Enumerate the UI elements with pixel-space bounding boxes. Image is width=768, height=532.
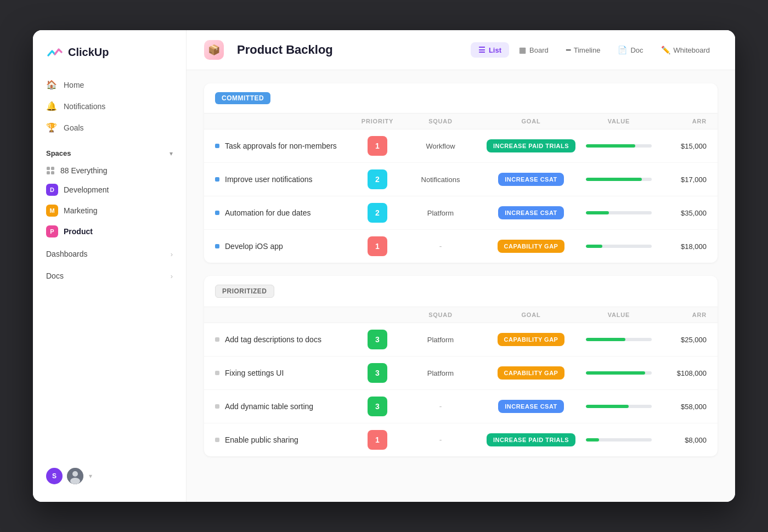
goal-badge: INCREASE PAID TRIALS [487,433,575,446]
squad-cell: - [405,242,476,251]
goal-badge: INCREASE CSAT [498,173,564,186]
goal-badge: INCREASE PAID TRIALS [487,139,575,152]
value-cell [586,211,652,214]
task-dot-icon [215,211,219,215]
marketing-dot: M [46,205,58,217]
timeline-icon: ━ [566,46,571,54]
tab-board[interactable]: ▦ Board [511,42,556,58]
arr-cell: $15,000 [652,142,707,150]
view-tabs: ☰ List ▦ Board ━ Timeline 📄 Doc ✏️ Wh [471,42,718,58]
chevron-right-icon: › [171,250,173,258]
prioritized-section: PRIORITIZED SQUAD GOAL VALUE ARR Add tag… [204,276,718,456]
list-icon: ☰ [478,46,485,54]
priority-cell: 2 [350,203,405,223]
nav-home-label: Home [64,81,84,89]
value-cell [586,245,652,248]
value-bar-fill [586,438,599,442]
nav-goals-label: Goals [64,123,84,132]
sidebar: ClickUp 🏠 Home 🔔 Notifications 🏆 Goals S… [33,30,187,502]
squad-cell: Platform [405,369,476,377]
docs-label: Docs [46,271,64,280]
top-bar: 📦 Product Backlog ☰ List ▦ Board ━ Timel… [187,30,735,70]
tab-list[interactable]: ☰ List [471,42,509,58]
user-avatar-photo [67,468,83,484]
task-label: Task approvals for non-members [225,142,337,150]
user-dropdown-arrow[interactable]: ▾ [89,472,92,480]
sidebar-item-marketing[interactable]: M Marketing [46,200,173,221]
table-row[interactable]: Automation for due dates 2 Platform INCR… [204,196,718,230]
value-bar-track [586,178,652,181]
task-label: Add tag descriptions to docs [225,335,321,344]
squad-cell: - [405,435,476,444]
spaces-section: Spaces ▾ 88 Everything D Development M M… [33,149,186,242]
nav-goals[interactable]: 🏆 Goals [33,117,186,138]
value-bar-fill [586,338,625,341]
value-cell [586,178,652,181]
tab-whiteboard[interactable]: ✏️ Whiteboard [653,42,718,58]
nav-home[interactable]: 🏠 Home [33,74,186,95]
goal-badge: CAPABILITY GAP [498,366,565,380]
value-bar-fill [586,245,602,248]
value-bar-track [586,245,652,248]
task-dot-icon [215,337,219,342]
task-name: Automation for due dates [215,208,350,217]
development-label: Development [64,185,109,194]
sidebar-item-product[interactable]: P Product [46,221,173,242]
task-label: Automation for due dates [225,208,310,217]
task-dot-icon [215,404,219,409]
squad-cell: Platform [405,336,476,344]
logo-area: ClickUp [33,43,186,74]
nav-notifications[interactable]: 🔔 Notifications [33,95,186,117]
squad-cell: Platform [405,209,476,217]
whiteboard-icon: ✏️ [661,46,670,54]
committed-col-headers: PRIORITY SQUAD GOAL VALUE ARR [204,114,718,129]
col-arr-p: ARR [652,312,707,318]
clickup-logo-icon [46,43,64,61]
everything-label: 88 Everything [60,166,108,175]
svg-rect-2 [47,171,50,174]
svg-rect-3 [51,171,54,174]
table-row[interactable]: Develop iOS app 1 - CAPABILITY GAP $18 [204,230,718,263]
tab-list-label: List [489,46,501,54]
value-bar-fill [586,211,609,214]
table-row[interactable]: Fixing settings UI 3 Platform CAPABILITY… [204,356,718,390]
goal-cell: INCREASE CSAT [476,173,586,186]
home-icon: 🏠 [46,80,57,90]
sidebar-item-everything[interactable]: 88 Everything [46,162,173,179]
table-row[interactable]: Task approvals for non-members 1 Workflo… [204,129,718,163]
user-avatar-s: S [46,468,63,484]
arr-cell: $8,000 [652,436,707,444]
table-row[interactable]: Enable public sharing 1 - INCREASE PAID … [204,423,718,456]
value-cell [586,405,652,408]
goal-cell: CAPABILITY GAP [476,333,586,346]
task-dot-icon [215,371,219,375]
tab-doc[interactable]: 📄 Doc [610,42,651,58]
committed-badge: COMMITTED [215,92,270,104]
table-row[interactable]: Add tag descriptions to docs 3 Platform … [204,323,718,356]
value-bar-fill [586,371,645,375]
table-row[interactable]: Add dynamic table sorting 3 - INCREASE C… [204,390,718,423]
tab-timeline[interactable]: ━ Timeline [558,42,608,58]
committed-section-header: COMMITTED [204,83,718,114]
col-priority: PRIORITY [350,118,405,124]
sidebar-docs[interactable]: Docs › [33,266,186,286]
sidebar-item-development[interactable]: D Development [46,179,173,200]
spaces-header: Spaces ▾ [46,149,173,157]
priority-badge: 1 [368,236,387,256]
value-bar-track [586,438,652,442]
task-name: Improve user notifications [215,175,350,184]
product-dot: P [46,225,58,237]
priority-badge: 1 [368,136,387,156]
squad-cell: Workflow [405,142,476,150]
col-value: VALUE [586,118,652,124]
table-row[interactable]: Improve user notifications 2 Notificatio… [204,163,718,196]
chevron-down-icon[interactable]: ▾ [170,150,173,157]
squad-cell: - [405,402,476,411]
arr-cell: $58,000 [652,403,707,411]
col-squad: SQUAD [405,118,476,124]
bell-icon: 🔔 [46,101,57,111]
task-dot-icon [215,244,219,248]
content-area: COMMITTED PRIORITY SQUAD GOAL VALUE ARR … [187,70,735,502]
sidebar-dashboards[interactable]: Dashboards › [33,244,186,264]
arr-cell: $108,000 [652,369,707,377]
